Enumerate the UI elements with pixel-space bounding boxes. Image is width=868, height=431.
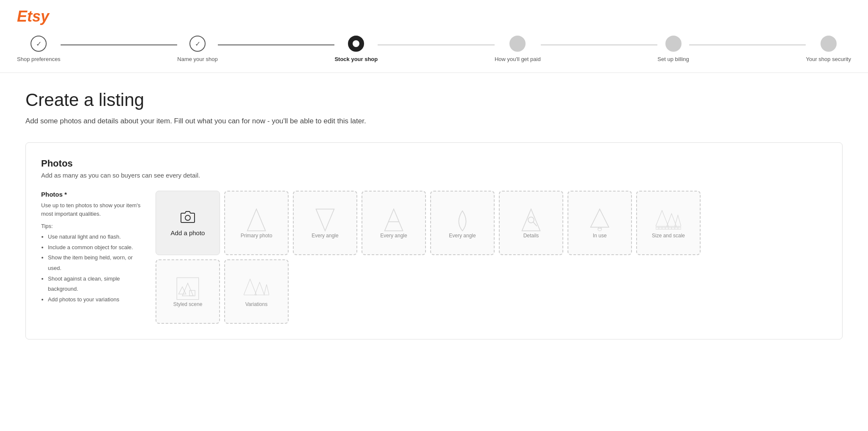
step-label-5: Set up billing bbox=[657, 56, 689, 62]
tip-2: Include a common object for scale. bbox=[48, 242, 143, 253]
step-security: Your shop security bbox=[806, 36, 851, 62]
step-label-4: How you'll get paid bbox=[495, 56, 541, 62]
step-billing: Set up billing bbox=[657, 36, 689, 62]
photo-slot-styled-scene[interactable]: Styled scene bbox=[156, 259, 220, 324]
active-dot bbox=[353, 40, 359, 47]
connector-1-2 bbox=[61, 44, 178, 45]
svg-marker-1 bbox=[248, 209, 266, 231]
svg-marker-27 bbox=[255, 282, 264, 295]
step-circle-5 bbox=[665, 36, 682, 52]
svg-point-0 bbox=[185, 215, 190, 220]
photo-slot-in-use[interactable]: In use bbox=[568, 191, 632, 255]
svg-marker-2 bbox=[316, 209, 334, 231]
slot-label-primary: Primary photo bbox=[241, 233, 273, 239]
page-title: Create a listing bbox=[25, 90, 843, 110]
svg-marker-3 bbox=[385, 209, 403, 231]
connector-3-4 bbox=[378, 44, 495, 45]
svg-line-7 bbox=[533, 222, 537, 226]
photo-slot-details[interactable]: Details bbox=[499, 191, 563, 255]
slot-label-size-scale: Size and scale bbox=[652, 233, 685, 239]
tip-5: Add photos to your variations bbox=[48, 295, 143, 305]
step-circle-3 bbox=[348, 36, 364, 52]
photos-tips-list: Use natural light and no flash. Include … bbox=[41, 232, 143, 305]
listing-card: Photos Add as many as you can so buyers … bbox=[25, 142, 843, 339]
svg-point-9 bbox=[598, 227, 602, 231]
checkmark-icon: ✓ bbox=[36, 40, 42, 48]
photos-left-panel: Photos * Use up to ten photos to show yo… bbox=[41, 191, 156, 324]
add-photo-label: Add a photo bbox=[171, 229, 205, 236]
svg-marker-11 bbox=[656, 211, 668, 227]
slot-label-variations: Variations bbox=[245, 301, 267, 307]
svg-point-6 bbox=[528, 217, 534, 223]
svg-marker-26 bbox=[244, 279, 256, 295]
step-circle-1: ✓ bbox=[31, 36, 47, 52]
photos-field-label: Photos * bbox=[41, 191, 143, 198]
photos-row-1: Add a photo Primary photo bbox=[156, 191, 827, 255]
slot-label-styled-scene: Styled scene bbox=[173, 301, 203, 307]
step-label-3: Stock your shop bbox=[334, 56, 378, 62]
photos-section-subtitle: Add as many as you can so buyers can see… bbox=[41, 172, 827, 179]
step-how-paid: How you'll get paid bbox=[495, 36, 541, 62]
svg-marker-28 bbox=[264, 284, 269, 295]
connector-2-3 bbox=[218, 44, 335, 45]
step-shop-preferences: ✓ Shop preferences bbox=[17, 36, 61, 62]
tip-3: Show the item being held, worn, or used. bbox=[48, 253, 143, 273]
slot-label-angle-1: Every angle bbox=[312, 233, 338, 239]
step-circle-2: ✓ bbox=[189, 36, 206, 52]
svg-marker-8 bbox=[591, 209, 609, 227]
photos-field-desc: Use up to ten photos to show your item's… bbox=[41, 201, 143, 218]
photos-grid: Add a photo Primary photo bbox=[156, 191, 827, 324]
photo-slot-size-scale[interactable]: Size and scale bbox=[636, 191, 701, 255]
step-label-2: Name your shop bbox=[177, 56, 217, 62]
photo-slot-angle-3[interactable]: Every angle bbox=[430, 191, 495, 255]
step-label-1: Shop preferences bbox=[17, 56, 61, 62]
slot-label-angle-3: Every angle bbox=[449, 233, 476, 239]
photos-section-title: Photos bbox=[41, 158, 827, 169]
photo-slot-angle-2[interactable]: Every angle bbox=[362, 191, 426, 255]
photos-row-2: Styled scene Variations bbox=[156, 259, 827, 324]
slot-label-angle-2: Every angle bbox=[380, 233, 407, 239]
svg-marker-5 bbox=[522, 209, 540, 231]
page-subtitle: Add some photos and details about your i… bbox=[25, 117, 843, 125]
svg-rect-22 bbox=[177, 278, 198, 299]
tip-1: Use natural light and no flash. bbox=[48, 232, 143, 242]
photos-tips-title: Tips: bbox=[41, 223, 143, 229]
step-label-6: Your shop security bbox=[806, 56, 851, 62]
etsy-logo[interactable]: Etsy bbox=[17, 8, 49, 25]
photo-slot-angle-1[interactable]: Every angle bbox=[293, 191, 357, 255]
step-circle-6 bbox=[821, 36, 837, 52]
slot-label-details: Details bbox=[523, 233, 539, 239]
slot-label-in-use: In use bbox=[593, 233, 607, 239]
add-photo-button[interactable]: Add a photo bbox=[156, 191, 220, 255]
camera-icon bbox=[180, 210, 195, 227]
photo-slot-variations[interactable]: Variations bbox=[224, 259, 289, 324]
step-stock-shop: Stock your shop bbox=[334, 36, 378, 62]
checkmark-icon-2: ✓ bbox=[195, 40, 200, 48]
step-name-shop: ✓ Name your shop bbox=[177, 36, 217, 62]
connector-4-5 bbox=[541, 44, 658, 45]
photo-slot-primary[interactable]: Primary photo bbox=[224, 191, 289, 255]
step-circle-4 bbox=[509, 36, 526, 52]
tip-4: Shoot against a clean, simple background… bbox=[48, 274, 143, 295]
svg-marker-12 bbox=[667, 214, 676, 226]
connector-5-6 bbox=[689, 44, 806, 45]
